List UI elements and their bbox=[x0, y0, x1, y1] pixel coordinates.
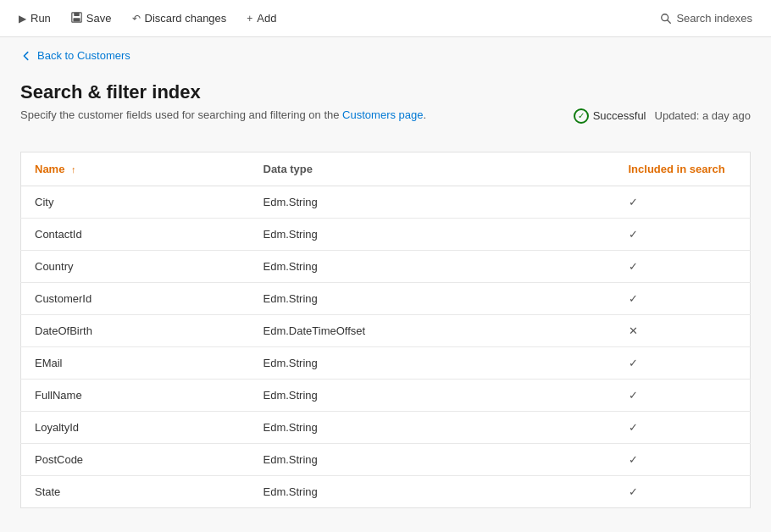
included-check-icon: ✓ bbox=[629, 485, 638, 498]
run-button[interactable]: ▶ Run bbox=[10, 8, 59, 29]
add-label: Add bbox=[257, 12, 276, 25]
table-row: CustomerIdEdm.String✓ bbox=[21, 282, 751, 314]
back-link[interactable]: Back to Customers bbox=[20, 49, 130, 62]
included-check-icon: ✓ bbox=[629, 260, 638, 273]
page-title: Search & filter index bbox=[20, 81, 751, 103]
table-row: PostCodeEdm.String✓ bbox=[21, 443, 751, 475]
cell-name: PostCode bbox=[21, 443, 250, 475]
included-check-icon: ✓ bbox=[629, 421, 638, 434]
cell-included: ✓ bbox=[615, 282, 751, 314]
customers-page-link[interactable]: Customers page bbox=[342, 108, 423, 121]
svg-rect-2 bbox=[73, 18, 80, 21]
cell-included: ✓ bbox=[615, 218, 751, 250]
subtitle-text-post: . bbox=[424, 108, 427, 121]
discard-button[interactable]: ↶ Discard changes bbox=[124, 8, 236, 29]
status-success: ✓ Successful bbox=[574, 108, 646, 124]
table-row: ContactIdEdm.String✓ bbox=[21, 218, 751, 250]
table-row: LoyaltyIdEdm.String✓ bbox=[21, 411, 751, 443]
table-row: StateEdm.String✓ bbox=[21, 475, 751, 507]
run-label: Run bbox=[31, 12, 51, 25]
cell-name: FullName bbox=[21, 379, 250, 411]
toolbar-right: Search indexes bbox=[652, 8, 761, 29]
cell-included: ✓ bbox=[615, 186, 751, 218]
col-header-datatype: Data type bbox=[250, 152, 615, 186]
table-row: EMailEdm.String✓ bbox=[21, 346, 751, 379]
table-header-row: Name ↑ Data type Included in search bbox=[21, 152, 751, 186]
cell-name: DateOfBirth bbox=[21, 314, 250, 346]
included-check-icon: ✓ bbox=[629, 196, 638, 208]
cell-included: ✓ bbox=[615, 379, 751, 411]
discard-label: Discard changes bbox=[145, 12, 227, 25]
run-icon: ▶ bbox=[19, 13, 26, 25]
cell-included: ✓ bbox=[615, 346, 751, 379]
cell-datatype: Edm.String bbox=[250, 411, 615, 443]
svg-line-4 bbox=[668, 19, 671, 23]
cell-name: ContactId bbox=[21, 218, 250, 250]
table-row: CountryEdm.String✓ bbox=[21, 250, 751, 282]
cell-name: Country bbox=[21, 250, 250, 282]
table-row: FullNameEdm.String✓ bbox=[21, 379, 751, 411]
table-row: CityEdm.String✓ bbox=[21, 186, 751, 218]
svg-rect-1 bbox=[74, 12, 80, 15]
add-button[interactable]: + Add bbox=[238, 8, 285, 29]
index-table: Name ↑ Data type Included in search City… bbox=[20, 152, 751, 508]
col-header-name[interactable]: Name ↑ bbox=[21, 152, 250, 186]
success-check-icon: ✓ bbox=[574, 108, 589, 124]
status-row: ✓ Successful Updated: a day ago bbox=[574, 108, 751, 124]
back-navigation: Back to Customers bbox=[0, 37, 771, 73]
cell-included: ✓ bbox=[615, 475, 751, 507]
cell-datatype: Edm.String bbox=[250, 218, 615, 250]
cell-name: LoyaltyId bbox=[21, 411, 250, 443]
table-row: DateOfBirthEdm.DateTimeOffset✕ bbox=[21, 314, 751, 346]
save-icon bbox=[71, 12, 82, 25]
cell-datatype: Edm.String bbox=[250, 379, 615, 411]
save-label: Save bbox=[86, 12, 112, 25]
cell-name: EMail bbox=[21, 346, 250, 379]
cell-included: ✓ bbox=[615, 250, 751, 282]
included-check-icon: ✓ bbox=[629, 453, 638, 466]
cell-datatype: Edm.String bbox=[250, 443, 615, 475]
excluded-x-icon: ✕ bbox=[629, 324, 638, 337]
search-indexes-button[interactable]: Search indexes bbox=[652, 8, 761, 29]
search-indexes-label: Search indexes bbox=[676, 12, 752, 25]
included-check-icon: ✓ bbox=[629, 389, 638, 402]
included-check-icon: ✓ bbox=[629, 292, 638, 305]
cell-name: State bbox=[21, 475, 250, 507]
discard-icon: ↶ bbox=[132, 13, 141, 25]
col-header-included: Included in search bbox=[615, 152, 751, 186]
sort-arrow-icon: ↑ bbox=[71, 164, 76, 175]
cell-datatype: Edm.DateTimeOffset bbox=[250, 314, 615, 346]
add-icon: + bbox=[247, 13, 252, 25]
cell-datatype: Edm.String bbox=[250, 475, 615, 507]
cell-included: ✓ bbox=[615, 443, 751, 475]
back-link-label: Back to Customers bbox=[37, 49, 130, 62]
cell-included: ✓ bbox=[615, 411, 751, 443]
cell-name: CustomerId bbox=[21, 282, 250, 314]
cell-name: City bbox=[21, 186, 250, 218]
main-content: Search & filter index Specify the custom… bbox=[0, 73, 771, 529]
save-button[interactable]: Save bbox=[63, 8, 120, 30]
included-check-icon: ✓ bbox=[629, 228, 638, 241]
subtitle-text-pre: Specify the customer fields used for sea… bbox=[20, 108, 342, 121]
cell-datatype: Edm.String bbox=[250, 250, 615, 282]
back-arrow-icon bbox=[20, 50, 32, 62]
cell-included: ✕ bbox=[615, 314, 751, 346]
cell-datatype: Edm.String bbox=[250, 186, 615, 218]
cell-datatype: Edm.String bbox=[250, 346, 615, 379]
status-text: Successful bbox=[593, 109, 646, 122]
included-check-icon: ✓ bbox=[629, 357, 638, 369]
toolbar-left: ▶ Run Save ↶ Discard changes + Add bbox=[10, 8, 652, 30]
page-subtitle: Specify the customer fields used for sea… bbox=[20, 108, 426, 121]
search-icon bbox=[660, 13, 672, 25]
cell-datatype: Edm.String bbox=[250, 282, 615, 314]
toolbar: ▶ Run Save ↶ Discard changes + Add bbox=[0, 0, 771, 37]
updated-text: Updated: a day ago bbox=[655, 109, 751, 122]
